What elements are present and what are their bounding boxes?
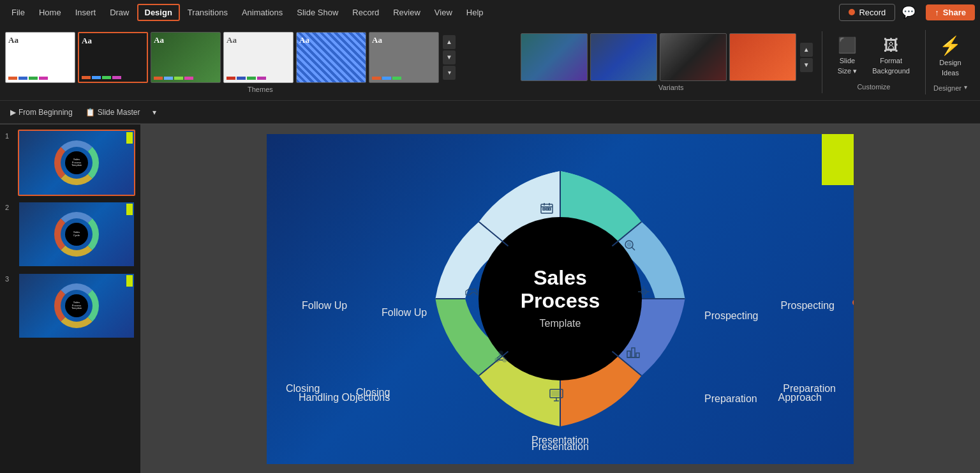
menu-review[interactable]: Review [387,5,427,20]
themes-scroll: ▲ ▼ ▾ [442,34,457,81]
format-bg-icon: 🖼 [884,36,899,54]
svg-point-34 [495,358,499,362]
segment-label-approach: Approach [778,392,822,403]
slide-panel: 1 SalesProcessTemplate 2 [0,124,140,473]
sticky-note [822,134,854,185]
variants-section: ▲ ▼ Variants [516,33,822,91]
format-bg-label1: Format [880,57,902,64]
menu-help[interactable]: Help [460,5,490,20]
record-dot-icon [849,9,855,15]
svg-text:Process: Process [521,289,600,312]
variant-3[interactable] [660,33,727,81]
themes-label: Themes [5,86,516,93]
main-area: 1 SalesProcessTemplate 2 [0,124,980,473]
themes-scroll-down[interactable]: ▼ [443,50,456,64]
menu-file[interactable]: File [5,5,31,20]
variants-scroll-down[interactable]: ▼ [800,58,813,72]
menu-animations[interactable]: Animations [235,5,289,20]
designer-label: Designer [933,84,961,92]
design-ideas-label2: Ideas [942,69,959,77]
theme-3[interactable]: Aa [151,32,221,83]
svg-rect-32 [552,391,561,396]
slide-number-2: 2 [5,204,14,211]
themes-scroll-up[interactable]: ▲ [443,35,456,49]
slide-canvas[interactable]: Sales Process Template Prospecting Prepa… [267,134,854,464]
slide-number-3: 3 [5,275,14,283]
menu-slideshow[interactable]: Slide Show [290,5,345,20]
svg-point-33 [499,351,503,355]
customize-buttons: ⬛ Slide Size ▾ 🖼 Format Background [833,34,915,78]
slide-thumb-container-1[interactable]: SalesProcessTemplate [18,130,135,196]
comment-button[interactable]: 💬 [896,3,921,22]
designer-expand-icon[interactable]: ▾ [964,84,967,91]
variant-1[interactable] [521,33,588,81]
from-beginning-button[interactable]: ▶ From Beginning [5,105,78,119]
theme-selected-arrow: ▲ [107,32,119,34]
slide-number-1: 1 [5,132,14,140]
red-dot-indicator [852,299,854,306]
share-label: Share [943,8,966,17]
from-beginning-label: From Beginning [19,108,73,117]
menu-draw[interactable]: Draw [103,5,135,20]
slide-thumb-1: SalesProcessTemplate [19,131,134,195]
slide-thumb-container-3[interactable]: SalesProcessTemplate [18,273,135,339]
customize-section: ⬛ Slide Size ▾ 🖼 Format Background Custo… [822,31,925,93]
slide-master-button[interactable]: 📋 Slide Master [80,105,145,119]
format-bg-label2: Background [872,67,910,75]
themes-scroll-more[interactable]: ▾ [443,66,456,80]
record-label: Record [859,8,886,17]
variant-2[interactable] [590,33,657,81]
customize-label: Customize [857,83,890,91]
menu-design[interactable]: Design [137,4,180,21]
theme-4[interactable]: Aa [223,32,293,83]
themes-grid: Aa ▲ Aa [5,32,516,83]
more-icon: ▾ [152,108,156,117]
diagram-svg: Sales Process Template Prospecting Prepa… [267,134,854,464]
svg-point-35 [503,358,507,362]
slide-size-icon: ⬛ [838,36,857,54]
slide-thumb-2: SalesCycle [19,202,134,266]
format-background-button[interactable]: 🖼 Format Background [867,34,915,78]
slide-size-button[interactable]: ⬛ Slide Size ▾ [833,34,862,78]
slide-size-label: Slide [840,57,855,64]
slide-master-icon: 📋 [85,108,95,117]
view-more-button[interactable]: ▾ [147,105,161,119]
share-button[interactable]: ↑ Share [926,4,975,20]
designer-section: ⚡ Design Ideas Designer ▾ [925,30,975,94]
variants-scroll-up[interactable]: ▲ [800,43,813,57]
svg-text:Template: Template [540,318,581,329]
svg-point-18 [627,243,631,246]
svg-line-39 [470,292,472,295]
variant-4[interactable] [729,33,796,81]
label-prospecting: Prospecting [704,310,759,321]
svg-point-20 [642,290,645,293]
menu-view[interactable]: View [428,5,459,20]
menu-home[interactable]: Home [33,5,68,20]
share-icon: ↑ [935,8,939,17]
slide-thumb-3: SalesProcessTemplate [19,274,134,338]
menu-record[interactable]: Record [346,5,385,20]
slide-item-2[interactable]: 2 SalesCycle [5,201,135,267]
segment-label-closing: Closing [286,383,320,394]
record-button[interactable]: Record [839,4,895,21]
menu-bar: File Home Insert Draw Design Transitions… [0,0,980,24]
slide-thumb-container-2[interactable]: SalesCycle [18,201,135,267]
view-bar: ▶ From Beginning 📋 Slide Master ▾ [0,101,980,124]
slide-item-3[interactable]: 3 SalesProcessTemplate [5,273,135,339]
theme-2[interactable]: ▲ Aa [78,32,148,83]
design-ideas-icon: ⚡ [939,35,961,56]
canvas-area: Sales Process Template Prospecting Prepa… [140,124,980,473]
variants-grid: ▲ ▼ [521,33,822,81]
segment-label-presentation: Presentation [531,435,589,446]
svg-text:Sales: Sales [533,266,587,289]
segment-label-followup: Follow Up [302,300,347,312]
menu-transitions[interactable]: Transitions [181,5,234,20]
comment-icon: 💬 [902,6,916,19]
theme-5[interactable]: Aa [296,32,366,83]
theme-1[interactable]: Aa [5,32,75,83]
design-ideas-button[interactable]: ⚡ Design Ideas [934,33,967,79]
slide-item-1[interactable]: 1 SalesProcessTemplate [5,130,135,196]
menu-insert[interactable]: Insert [69,5,103,20]
ribbon: File Home Insert Draw Design Transitions… [0,0,980,124]
theme-6[interactable]: Aa [369,32,439,83]
